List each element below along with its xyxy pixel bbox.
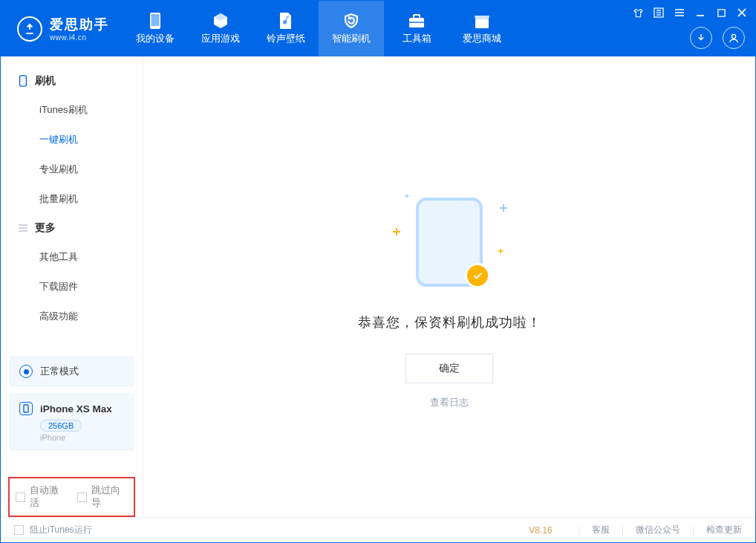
sidebar: 刷机 iTunes刷机 一键刷机 专业刷机 批量刷机 更多 其他工具 下载固件 … <box>1 56 143 517</box>
phone-icon <box>146 12 164 30</box>
tab-label: 爱思商城 <box>463 33 501 45</box>
wechat-link[interactable]: 微信公众号 <box>636 524 680 536</box>
checkbox-skip-guide[interactable]: 跳过向导 <box>77 484 128 510</box>
sidebar-status: 正常模式 iPhone XS Max 256GB iPhone 自动激活 <box>1 357 143 517</box>
svg-rect-1 <box>151 14 160 26</box>
sparkle-icon <box>392 227 401 236</box>
group-title: 刷机 <box>35 74 56 88</box>
opt-label: 自动激活 <box>30 484 67 510</box>
cube-icon <box>212 12 229 30</box>
tab-store[interactable]: 爱思商城 <box>449 1 515 56</box>
tab-label: 智能刷机 <box>332 33 371 45</box>
device-card[interactable]: iPhone XS Max 256GB iPhone <box>10 394 134 450</box>
sidebar-group-flash[interactable]: 刷机 <box>1 67 143 95</box>
download-icon[interactable] <box>690 27 712 49</box>
sidebar-bottom-options: 自动激活 跳过向导 <box>8 477 135 517</box>
tab-label: 铃声壁纸 <box>267 33 305 45</box>
svg-rect-13 <box>717 9 724 16</box>
device-type: iPhone <box>40 433 124 442</box>
checkbox-icon <box>16 492 25 502</box>
checkbox-block-itunes[interactable]: 阻止iTunes运行 <box>14 524 92 536</box>
list-icon[interactable] <box>651 5 666 20</box>
store-icon <box>473 12 491 30</box>
svg-rect-4 <box>409 22 424 23</box>
logo-icon <box>17 16 42 42</box>
device-name: iPhone XS Max <box>40 403 112 414</box>
user-icon[interactable] <box>723 27 745 49</box>
sidebar-nav: 刷机 iTunes刷机 一键刷机 专业刷机 批量刷机 更多 其他工具 下载固件 … <box>1 56 143 357</box>
svg-point-16 <box>731 34 735 38</box>
sparkle-icon <box>499 204 508 212</box>
logo[interactable]: 爱思助手 www.i4.cn <box>1 1 123 56</box>
app-name-cn: 爱思助手 <box>50 16 109 33</box>
logo-text: 爱思助手 www.i4.cn <box>50 16 109 42</box>
music-file-icon <box>277 12 295 30</box>
mode-label: 正常模式 <box>40 365 79 378</box>
sparkle-icon <box>404 193 409 198</box>
close-button[interactable] <box>734 5 749 20</box>
tab-my-device[interactable]: 我的设备 <box>123 1 188 56</box>
svg-rect-21 <box>24 405 28 412</box>
check-update-link[interactable]: 检查更新 <box>706 524 742 536</box>
tab-toolbox[interactable]: 工具箱 <box>384 1 449 56</box>
version-label: V8.16 <box>529 525 552 536</box>
opt-label: 跳过向导 <box>91 484 128 510</box>
group-title: 更多 <box>35 221 56 235</box>
sidebar-item-itunes-flash[interactable]: iTunes刷机 <box>1 95 143 125</box>
device-small-icon <box>19 402 33 415</box>
support-link[interactable]: 客服 <box>592 524 610 536</box>
tab-ringtones-wallpapers[interactable]: 铃声壁纸 <box>253 1 319 56</box>
menu-icon[interactable] <box>672 5 687 20</box>
more-icon <box>17 222 29 234</box>
mode-card[interactable]: 正常模式 <box>10 357 134 386</box>
checkbox-icon <box>14 525 24 535</box>
nav-tabs: 我的设备 应用游戏 铃声壁纸 智能刷机 工具箱 爱思商城 <box>123 1 515 56</box>
sidebar-item-pro-flash[interactable]: 专业刷机 <box>1 155 143 184</box>
app-window: 爱思助手 www.i4.cn 我的设备 应用游戏 铃声壁纸 智能刷机 <box>0 0 756 543</box>
tshirt-icon[interactable] <box>630 5 645 20</box>
view-log-link[interactable]: 查看日志 <box>430 397 469 409</box>
confirm-button[interactable]: 确定 <box>405 354 493 383</box>
sidebar-item-batch-flash[interactable]: 批量刷机 <box>1 184 143 214</box>
success-message: 恭喜您，保资料刷机成功啦！ <box>358 313 541 331</box>
success-illustration <box>416 198 483 287</box>
app-name-en: www.i4.cn <box>50 33 109 42</box>
device-icon <box>17 75 29 87</box>
tab-label: 我的设备 <box>136 33 175 45</box>
sidebar-item-oneclick-flash[interactable]: 一键刷机 <box>1 125 143 155</box>
main: 恭喜您，保资料刷机成功啦！ 确定 查看日志 <box>143 56 755 517</box>
sidebar-group-more[interactable]: 更多 <box>1 214 143 242</box>
maximize-button[interactable] <box>714 5 729 20</box>
shield-refresh-icon <box>342 12 360 30</box>
statusbar-right: V8.16 | 客服 | 微信公众号 | 检查更新 <box>529 524 742 536</box>
sparkle-icon <box>498 248 504 254</box>
tab-apps-games[interactable]: 应用游戏 <box>188 1 253 56</box>
window-controls <box>630 5 749 20</box>
header-right-icons <box>690 27 745 49</box>
check-badge-icon <box>465 263 490 288</box>
tab-label: 工具箱 <box>403 33 431 45</box>
svg-rect-17 <box>20 76 27 86</box>
sidebar-item-download-firmware[interactable]: 下载固件 <box>1 272 143 302</box>
checkbox-icon <box>77 492 87 502</box>
sidebar-item-other-tools[interactable]: 其他工具 <box>1 242 143 272</box>
tab-label: 应用游戏 <box>201 33 240 45</box>
device-capacity: 256GB <box>40 420 82 432</box>
mode-dot-icon <box>19 365 33 378</box>
header: 爱思助手 www.i4.cn 我的设备 应用游戏 铃声壁纸 智能刷机 <box>1 1 755 56</box>
statusbar: 阻止iTunes运行 V8.16 | 客服 | 微信公众号 | 检查更新 <box>1 517 755 542</box>
minimize-button[interactable] <box>693 5 708 20</box>
svg-rect-3 <box>414 15 420 19</box>
block-itunes-label: 阻止iTunes运行 <box>30 524 92 536</box>
sidebar-item-advanced[interactable]: 高级功能 <box>1 302 143 331</box>
body: 刷机 iTunes刷机 一键刷机 专业刷机 批量刷机 更多 其他工具 下载固件 … <box>1 56 755 517</box>
checkbox-auto-activate[interactable]: 自动激活 <box>16 484 67 510</box>
toolbox-icon <box>408 12 426 30</box>
tab-smart-flash[interactable]: 智能刷机 <box>319 1 384 56</box>
